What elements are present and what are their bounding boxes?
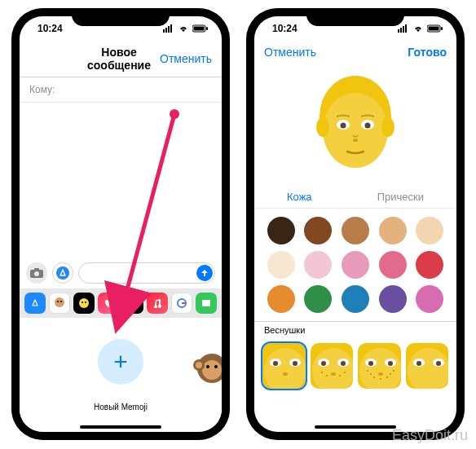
svg-point-12 [57,301,59,302]
svg-point-58 [344,372,346,373]
appstore-icon [56,266,69,280]
svg-rect-32 [429,27,439,31]
color-swatch-8[interactable] [379,251,407,279]
freckle-option-heavy[interactable] [406,343,449,389]
animoji-app-icon[interactable] [73,293,95,314]
camera-icon [30,268,43,278]
svg-point-71 [393,370,394,372]
svg-rect-18 [202,300,210,306]
svg-rect-5 [194,27,205,31]
google-app-icon[interactable] [171,293,192,314]
status-icons [398,24,443,33]
svg-point-63 [388,361,393,366]
appstore-button[interactable] [52,262,73,284]
home-indicator[interactable] [80,425,161,429]
color-swatch-10[interactable] [267,285,295,313]
svg-rect-30 [405,24,407,33]
memoji-app-icon[interactable] [49,293,70,314]
clock: 10:24 [37,23,63,34]
memoji-drawer: + Новый Memoji [20,318,222,432]
message-body[interactable] [20,103,222,258]
svg-point-22 [196,362,202,368]
svg-point-49 [312,348,354,389]
color-swatch-0[interactable] [267,217,295,244]
svg-rect-1 [165,28,167,33]
images-app-icon[interactable] [196,293,217,314]
input-bar [20,258,222,288]
home-indicator[interactable] [315,425,396,429]
tab-hair[interactable]: Прически [377,191,424,203]
memoji-preview [254,64,456,186]
arrow-up-icon [201,269,209,277]
freckle-option-none[interactable] [262,343,306,389]
cancel-button[interactable]: Отменить [160,52,212,65]
svg-point-10 [56,266,69,280]
color-swatch-5[interactable] [267,251,295,279]
svg-rect-33 [441,27,443,30]
to-label: Кому: [29,84,55,95]
svg-point-54 [331,372,336,376]
svg-point-57 [339,375,341,376]
svg-point-41 [365,123,371,129]
color-swatch-12[interactable] [342,285,369,313]
svg-point-43 [264,348,306,389]
color-swatch-1[interactable] [304,217,332,244]
wifi-icon [412,24,424,33]
new-memoji-button[interactable]: + [98,339,143,385]
done-button[interactable]: Готово [408,46,447,59]
svg-rect-28 [400,28,402,33]
svg-point-35 [323,93,388,168]
app-store-icon[interactable] [24,293,46,314]
svg-point-52 [321,361,326,366]
svg-rect-8 [34,268,39,271]
heart-app-icon[interactable] [98,293,119,314]
memoji-face-icon [311,72,400,178]
svg-point-9 [34,271,39,276]
color-swatch-11[interactable] [304,285,332,313]
freckle-option-light[interactable] [311,343,354,389]
color-swatch-14[interactable] [416,285,443,313]
svg-point-11 [55,297,64,307]
notch [306,8,404,26]
svg-point-36 [316,117,329,137]
color-swatch-9[interactable] [416,251,443,279]
music-app-icon[interactable] [147,293,168,314]
svg-rect-0 [163,29,165,33]
color-swatch-4[interactable] [416,217,443,244]
svg-point-40 [341,123,346,129]
new-memoji-label: Новый Memoji [94,403,148,412]
svg-rect-29 [403,26,404,33]
svg-point-48 [283,372,288,376]
freckles-options [254,338,456,394]
clock: 10:24 [272,23,298,34]
svg-point-72 [408,348,449,389]
cancel-button[interactable]: Отменить [264,46,316,59]
svg-rect-6 [206,27,208,30]
svg-point-47 [293,361,298,366]
svg-point-24 [214,365,218,368]
svg-point-15 [82,302,83,303]
signal-icon [398,24,409,33]
to-field[interactable]: Кому: [20,77,222,103]
message-input[interactable] [78,262,215,284]
svg-point-14 [79,298,89,308]
battery-icon [192,24,209,33]
color-swatch-3[interactable] [379,217,407,244]
svg-point-75 [416,361,421,366]
tab-skin[interactable]: Кожа [287,191,312,203]
send-button[interactable] [196,265,213,281]
color-swatch-2[interactable] [342,217,369,244]
apple-pay-icon[interactable]: Pay [122,293,143,314]
camera-button[interactable] [26,262,47,284]
svg-point-67 [373,376,375,378]
color-swatch-13[interactable] [379,285,407,313]
freckle-option-medium[interactable] [358,343,401,389]
nav-bar: Отменить Готово [254,41,456,64]
notch [72,8,170,26]
color-swatch-6[interactable] [304,251,332,279]
svg-rect-3 [170,24,172,33]
monkey-memoji-icon[interactable] [192,347,222,386]
nav-bar: Новое сообщение Отменить [20,41,222,77]
color-swatch-7[interactable] [342,251,369,279]
category-tabs: Кожа Прически [254,186,456,209]
